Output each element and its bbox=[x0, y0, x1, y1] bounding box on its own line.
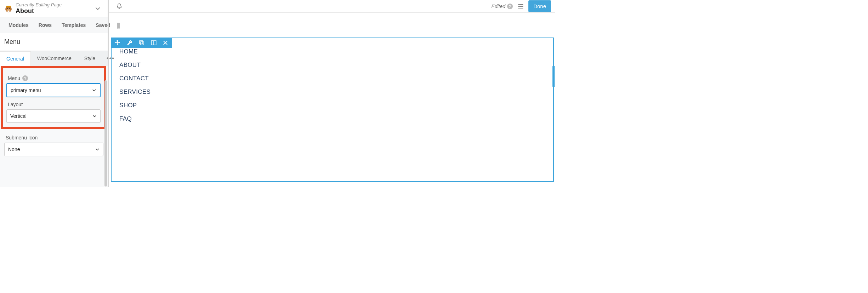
move-icon[interactable] bbox=[114, 40, 121, 46]
subtab-general[interactable]: General bbox=[0, 51, 31, 66]
beaver-logo-icon bbox=[4, 4, 13, 13]
menu-item[interactable]: ABOUT bbox=[119, 62, 151, 69]
duplicate-icon[interactable] bbox=[138, 40, 145, 46]
page-switcher-toggle[interactable] bbox=[91, 4, 104, 13]
menu-item[interactable]: FAQ bbox=[119, 115, 151, 122]
submenu-icon-select[interactable]: None bbox=[4, 143, 103, 156]
help-icon[interactable]: ? bbox=[507, 4, 513, 9]
menu-item[interactable]: CONTACT bbox=[119, 75, 151, 82]
tab-rows[interactable]: Rows bbox=[34, 17, 57, 33]
notifications-icon[interactable] bbox=[116, 3, 123, 10]
help-icon[interactable]: ? bbox=[22, 75, 28, 81]
sidebar-scrollbar[interactable] bbox=[104, 80, 107, 186]
tab-modules[interactable]: Modules bbox=[4, 17, 34, 33]
edited-status: Edited ? bbox=[491, 4, 513, 9]
module-settings-title: Menu bbox=[0, 33, 108, 51]
chevron-down-icon bbox=[95, 147, 100, 151]
sidebar: Currently Editing Page About Modules Row… bbox=[0, 0, 108, 187]
close-icon[interactable] bbox=[163, 40, 168, 46]
settings-subtabs: General WooCommerce Style ••• bbox=[0, 51, 108, 66]
module-selection-outline bbox=[111, 38, 554, 182]
outline-panel-icon[interactable] bbox=[517, 3, 524, 10]
wrench-icon[interactable] bbox=[126, 40, 133, 46]
sidebar-header: Currently Editing Page About bbox=[0, 0, 108, 17]
topbar: Edited ? Done bbox=[109, 0, 555, 13]
done-button[interactable]: Done bbox=[528, 0, 551, 12]
settings-panel: Menu ? primary menu Layout bbox=[0, 66, 108, 187]
svg-rect-7 bbox=[141, 42, 144, 45]
editor-stage[interactable]: HOME ABOUT CONTACT SERVICES SHOP FAQ bbox=[109, 13, 555, 187]
main-tabs: Modules Rows Templates Saved •••••••••• bbox=[0, 17, 108, 33]
module-toolbar bbox=[111, 38, 172, 48]
canvas: Edited ? Done HOME ABOUT bbox=[108, 0, 555, 187]
page-title: About bbox=[16, 7, 91, 15]
subtab-woocommerce[interactable]: WooCommerce bbox=[31, 51, 78, 65]
submenu-icon-select-value: None bbox=[8, 146, 20, 152]
svg-rect-2 bbox=[6, 6, 11, 7]
edited-label: Edited bbox=[491, 4, 505, 9]
highlight-annotation: Menu ? primary menu Layout bbox=[1, 66, 106, 129]
chevron-down-icon bbox=[92, 114, 97, 118]
tab-templates[interactable]: Templates bbox=[57, 17, 91, 33]
editing-label: Currently Editing Page bbox=[16, 2, 91, 7]
svg-point-4 bbox=[9, 8, 10, 10]
menu-item[interactable]: HOME bbox=[119, 48, 151, 55]
menu-select-value: primary menu bbox=[11, 87, 41, 93]
layout-field-label: Layout bbox=[8, 102, 23, 107]
menu-item[interactable]: SERVICES bbox=[119, 88, 151, 96]
menu-select[interactable]: primary menu bbox=[6, 83, 101, 97]
menu-item[interactable]: SHOP bbox=[119, 102, 151, 109]
layout-select[interactable]: Vertical bbox=[6, 109, 101, 123]
submenu-icon-field-label: Submenu Icon bbox=[6, 135, 38, 140]
layout-select-value: Vertical bbox=[10, 113, 27, 119]
menu-field-label: Menu bbox=[8, 75, 20, 81]
svg-rect-5 bbox=[8, 11, 10, 12]
module-resize-handle[interactable] bbox=[552, 66, 555, 87]
chevron-down-icon bbox=[95, 6, 101, 11]
rendered-menu: HOME ABOUT CONTACT SERVICES SHOP FAQ bbox=[119, 48, 151, 122]
svg-point-3 bbox=[7, 8, 8, 10]
subtab-style[interactable]: Style bbox=[78, 51, 102, 65]
columns-icon[interactable] bbox=[151, 40, 157, 46]
svg-rect-6 bbox=[140, 41, 143, 44]
chevron-down-icon bbox=[92, 88, 96, 92]
